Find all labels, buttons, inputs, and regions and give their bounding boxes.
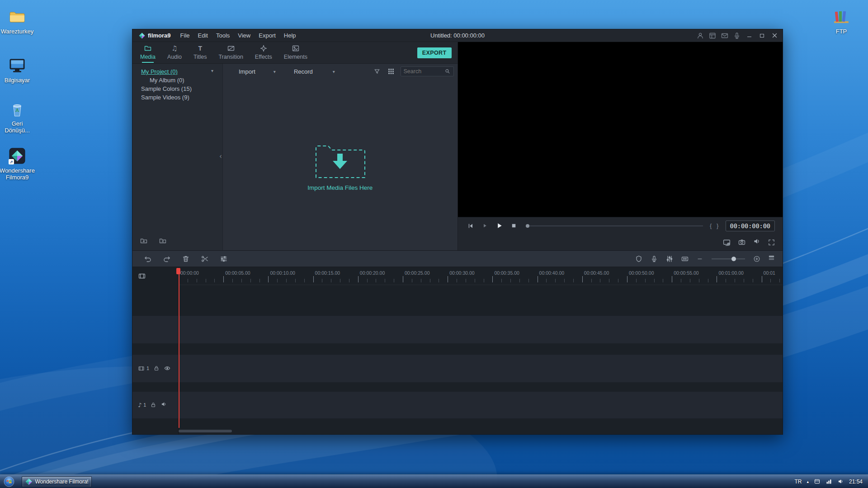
maximize-button[interactable]	[755, 31, 768, 41]
filmora-app-icon: ↗	[8, 146, 27, 165]
lock-icon[interactable]	[153, 365, 160, 371]
delete-trash-icon[interactable]	[182, 255, 190, 263]
desktop-icon-filmora[interactable]: ↗ Wondershare Filmora9	[0, 146, 34, 181]
tray-app-icon[interactable]	[814, 478, 821, 485]
menu-view[interactable]: View	[234, 31, 255, 40]
desktop-icon-recycle-bin[interactable]: Geri Dönüşü...	[0, 99, 34, 134]
tree-item-my-project[interactable]: My Project (0)	[132, 67, 222, 76]
filter-icon[interactable]	[373, 68, 381, 75]
zoom-to-fit-icon[interactable]	[681, 255, 689, 263]
zoom-slider[interactable]	[712, 258, 745, 259]
play-icon[interactable]	[492, 222, 507, 230]
start-button[interactable]	[0, 475, 18, 488]
mute-speaker-icon[interactable]	[160, 401, 167, 409]
tab-audio[interactable]: ♫ Audio	[161, 43, 188, 62]
tab-elements[interactable]: Elements	[278, 43, 313, 62]
desktop-icon-computer[interactable]: Bilgisayar	[0, 56, 34, 84]
filmora-diamond-icon	[139, 33, 145, 39]
zoom-in-icon[interactable]	[753, 255, 760, 263]
seek-bar[interactable]	[526, 224, 703, 228]
email-icon[interactable]	[718, 31, 731, 40]
preview-tools	[458, 234, 783, 250]
search-field[interactable]	[404, 68, 444, 75]
export-button[interactable]: EXPORT	[417, 47, 452, 58]
adjust-settings-icon[interactable]	[220, 255, 228, 263]
timeline-scrollbar[interactable]	[179, 430, 232, 432]
playhead-line[interactable]	[179, 269, 179, 428]
library-panels: My Project (0) ▾ My Album (0) Sample Col…	[132, 64, 458, 250]
network-icon[interactable]	[826, 478, 832, 485]
ruler-label: 00:00:25.00	[405, 270, 429, 276]
search-input[interactable]	[401, 66, 454, 76]
import-dropzone[interactable]: Import Media Files Here	[223, 79, 458, 250]
menu-tools[interactable]: Tools	[212, 31, 234, 40]
tab-media[interactable]: Media	[134, 43, 161, 62]
tree-item-sample-colors[interactable]: Sample Colors (15)	[132, 84, 222, 93]
menu-help[interactable]: Help	[280, 31, 300, 40]
chevron-down-icon[interactable]: ▾	[333, 69, 335, 74]
zoom-out-icon[interactable]	[696, 255, 703, 263]
user-account-icon[interactable]	[694, 31, 706, 40]
next-frame-icon[interactable]	[478, 222, 492, 229]
tree-item-my-album[interactable]: My Album (0)	[132, 76, 222, 84]
language-indicator[interactable]: TR	[794, 479, 802, 485]
clock[interactable]: 21:54	[849, 479, 863, 485]
audio-mixer-icon[interactable]	[665, 255, 674, 263]
menu-file[interactable]: File	[176, 31, 194, 40]
grid-view-icon[interactable]	[388, 68, 394, 75]
manage-tracks-icon[interactable]	[138, 272, 146, 280]
volume-icon[interactable]	[753, 237, 761, 247]
mark-out-button[interactable]: }	[714, 222, 721, 229]
menu-export[interactable]: Export	[255, 31, 280, 40]
add-folder-icon[interactable]	[140, 237, 148, 245]
desktop-icon-ftp[interactable]: FTP	[824, 7, 859, 35]
seek-track[interactable]	[529, 225, 703, 226]
split-scissors-icon[interactable]	[201, 255, 209, 263]
workspace-icon[interactable]	[706, 31, 718, 40]
chevron-down-icon[interactable]: ▾	[211, 68, 213, 73]
minimize-button[interactable]	[743, 31, 755, 41]
zoom-slider-handle[interactable]	[731, 257, 736, 261]
delete-folder-icon[interactable]	[159, 237, 167, 245]
fullscreen-icon[interactable]	[768, 239, 775, 246]
mark-in-button[interactable]: {	[708, 222, 714, 229]
menu-edit[interactable]: Edit	[194, 31, 212, 40]
tab-effects[interactable]: Effects	[249, 43, 278, 62]
seek-handle[interactable]	[526, 224, 529, 228]
music-notes-icon: ♫	[171, 44, 177, 52]
preview-quality-icon[interactable]	[722, 238, 731, 247]
audio-track-lane[interactable]	[132, 392, 783, 418]
video-track-header: 1	[132, 361, 179, 375]
speaker-icon[interactable]	[837, 478, 844, 485]
lock-icon[interactable]	[150, 402, 156, 408]
preview-screen[interactable]	[458, 42, 783, 217]
video-track-lane[interactable]	[132, 355, 783, 382]
tree-item-sample-videos[interactable]: Sample Videos (9)	[132, 93, 222, 102]
dropzone-label: Import Media Files Here	[307, 184, 373, 191]
desktop-icon-warezturkey[interactable]: Warezturkey	[0, 7, 34, 35]
redo-icon[interactable]	[163, 255, 171, 263]
playhead-handle[interactable]	[176, 268, 180, 274]
previous-frame-icon[interactable]	[463, 222, 478, 230]
tab-titles[interactable]: T Titles	[188, 43, 212, 62]
chevron-down-icon[interactable]: ▾	[274, 69, 276, 74]
eye-icon[interactable]	[164, 365, 171, 372]
voiceover-mic-icon[interactable]	[650, 255, 658, 263]
timeline-ruler[interactable]: 00:00:0000:00:05.0000:00:10.0000:00:15.0…	[179, 267, 783, 285]
record-dropdown[interactable]: Record	[294, 68, 313, 75]
collapse-panel-icon[interactable]: ‹	[219, 153, 222, 160]
import-dropdown[interactable]: Import	[239, 68, 255, 75]
snapshot-camera-icon[interactable]	[738, 238, 746, 246]
search-icon[interactable]	[444, 68, 451, 75]
tab-label: Effects	[255, 54, 272, 60]
undo-icon[interactable]	[144, 255, 152, 263]
shield-icon[interactable]	[635, 255, 643, 263]
stop-icon[interactable]	[507, 222, 521, 229]
taskbar-app-filmora[interactable]: Wondershare Filmora9	[22, 476, 92, 487]
track-height-icon[interactable]	[768, 254, 775, 263]
mic-icon[interactable]	[731, 31, 743, 40]
close-button[interactable]	[768, 31, 781, 41]
tab-transition[interactable]: Transition	[212, 43, 249, 62]
ruler-label: 00:00:55.00	[674, 270, 698, 276]
tray-expand-icon[interactable]: ▴	[807, 479, 809, 484]
